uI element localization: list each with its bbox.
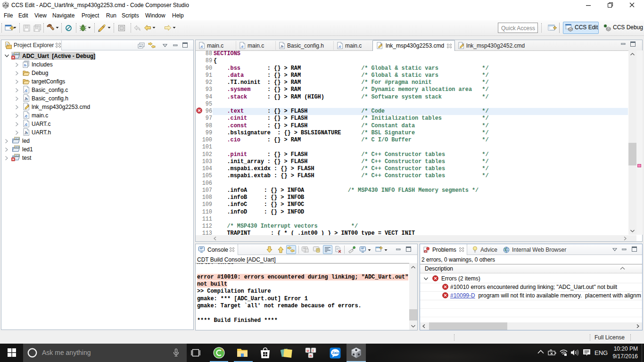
svg-text:Zalo: Zalo (332, 351, 340, 355)
svg-text:i: i (313, 348, 314, 353)
svg-text:u: u (307, 348, 309, 353)
svg-text:n: n (310, 354, 312, 358)
